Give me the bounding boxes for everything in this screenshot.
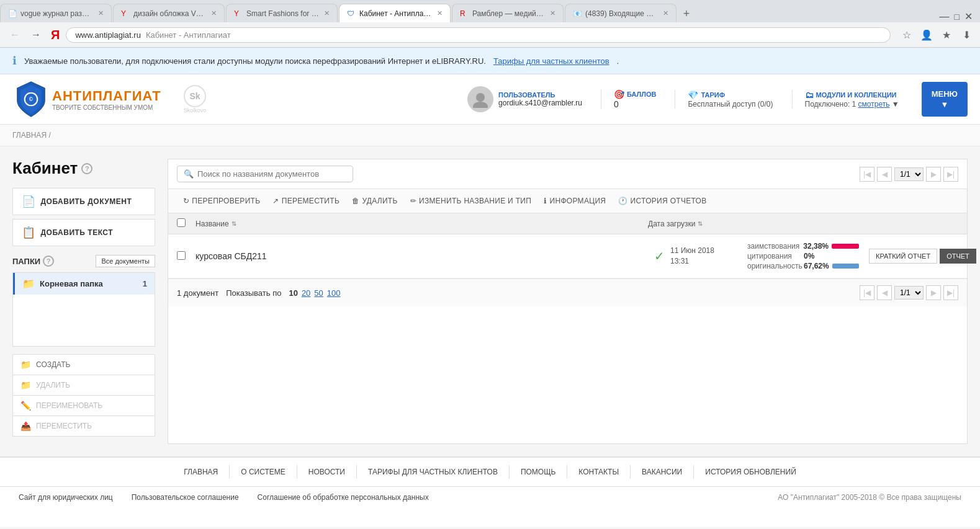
new-tab-button[interactable]: + [678,5,695,22]
modules-link[interactable]: смотреть [858,100,890,109]
tab-smart[interactable]: Y Smart Fashions for Limited ✕ [226,4,338,22]
footer-copyright: АО "Антиплагиат" 2005-2018 © Все права з… [778,493,961,502]
folder-delete-action[interactable]: 📁 УДАЛИТЬ [12,375,155,396]
select-all-checkbox[interactable] [177,218,186,227]
footer-nav-about[interactable]: О СИСТЕМЕ [230,465,297,479]
rename-icon: ✏ [410,197,416,205]
delete-icon: 🗑 [352,197,359,205]
doc-name[interactable]: курсовая СБД211 [196,251,648,261]
footer-personal-data-link[interactable]: Соглашение об обработке персональных дан… [258,493,429,502]
add-text-button[interactable]: 📋 ДОБАВИТЬ ТЕКСТ [12,219,155,246]
history-button[interactable]: 🕐 ИСТОРИЯ ОТЧЕТОВ [612,194,713,208]
forward-button[interactable]: → [27,26,45,43]
user-info: ПОЛЬЗОВАТЕЛЬ gordiuk.s410@rambler.ru [498,91,582,107]
rename-label: ПЕРЕИМЕНОВАТЬ [36,401,102,410]
tab-label-rambler1: Рамблер — медийный пор [472,9,545,18]
download-icon[interactable]: ⬇ [959,27,974,42]
page-select-bottom[interactable]: 1/1 [894,286,924,300]
footer-nav-tariffs[interactable]: ТАРИФЫ ДЛЯ ЧАСТНЫХ КЛИЕНТОВ [357,465,510,479]
star-icon[interactable]: ★ [939,27,954,42]
window-close[interactable]: ✕ [964,11,973,22]
folder-list: 📁 Корневая папка 1 [12,272,155,347]
doc-results: заимствования 32,38% цитирования 0% ориг… [747,242,958,270]
add-document-button[interactable]: 📄 ДОБАВИТЬ ДОКУМЕНТ [12,188,155,215]
full-report-button[interactable]: ОТЧЕТ [940,249,976,264]
brief-report-button[interactable]: КРАТКИЙ ОТЧЕТ [869,249,937,264]
prev-page-bottom[interactable]: ◀ [877,285,892,300]
search-input[interactable] [197,169,346,179]
recheck-button[interactable]: ↻ ПЕРЕПРОВЕРИТЬ [177,194,266,208]
bookmark-icon[interactable]: ☆ [899,27,914,42]
per-page-10[interactable]: 10 [289,288,297,298]
sidebar-actions: 📁 создать 📁 УДАЛИТЬ ✏️ ПЕРЕИМЕНОВАТЬ 📤 П… [12,354,155,437]
footer-nav-news[interactable]: НОВОСТИ [297,465,357,479]
last-page-button[interactable]: ▶| [943,167,958,182]
move-button[interactable]: ↗ ПЕРЕМЕСТИТЬ [266,194,346,208]
date-column-header[interactable]: Дата загрузки ⇅ [648,220,747,228]
tab-favicon-vogue1: 📄 [8,9,17,18]
footer-nav-history[interactable]: ИСТОРИЯ ОБНОВЛЕНИЙ [694,465,807,479]
tariff-stat: 💎 ТАРИФ Бесплатный доступ (0/0) [675,90,773,109]
tab-vogue1[interactable]: 📄 vogue журнал разворот: 10 ✕ [0,4,112,22]
last-page-bottom[interactable]: ▶| [943,285,958,300]
breadcrumb-home[interactable]: ГЛАВНАЯ [12,131,47,140]
rename-button[interactable]: ✏ ИЗМЕНИТЬ НАЗВАНИЕ И ТИП [404,194,537,208]
per-page-20[interactable]: 20 [302,288,310,298]
folder-move-action[interactable]: 📤 ПЕРЕМЕСТИТЬ [12,416,155,437]
search-box[interactable]: 🔍 [177,166,353,182]
footer-user-agreement-link[interactable]: Пользовательское соглашение [132,493,239,502]
footer-nav-home[interactable]: ГЛАВНАЯ [173,465,230,479]
delete-button[interactable]: 🗑 УДАЛИТЬ [346,194,404,208]
tab-rambler1[interactable]: R Рамблер — медийный пор ✕ [452,4,564,22]
prev-page-button[interactable]: ◀ [877,167,892,182]
menu-button[interactable]: МЕНЮ ▼ [922,82,968,117]
all-docs-button[interactable]: Все документы [96,255,155,267]
tab-antiplagiat[interactable]: 🛡 Кабинет - Антиплагиат ✕ [339,4,451,22]
tab-close-smart[interactable]: ✕ [324,9,330,17]
scores-value: 0 [614,99,619,109]
tab-rambler2[interactable]: 📧 (4839) Входящие — Рамбле ✕ [565,4,677,22]
folders-help-icon[interactable]: ? [43,256,54,267]
cabinet-help-icon[interactable]: ? [81,163,92,174]
next-page-button[interactable]: ▶ [926,167,941,182]
tab-close-vogue2[interactable]: ✕ [211,9,217,17]
tab-close-antiplagiat[interactable]: ✕ [437,9,443,17]
footer-nav-help[interactable]: ПОМОЩЬ [510,465,567,479]
profile-icon[interactable]: 👤 [919,27,934,42]
name-column-header[interactable]: Название ⇅ [196,220,648,228]
modules-label: 🗂 МОДУЛИ И КОЛЛЕКЦИИ [805,90,897,100]
folder-create-action[interactable]: 📁 создать [12,354,155,375]
show-per-label: Показывать по [226,288,281,298]
folder-rename-action[interactable]: ✏️ ПЕРЕИМЕНОВАТЬ [12,396,155,416]
move-folder-icon: 📤 [20,421,31,431]
search-icon: 🔍 [184,169,194,179]
root-folder-item[interactable]: 📁 Корневая папка 1 [13,273,155,295]
back-button[interactable]: ← [6,26,24,43]
address-url: www.antiplagiat.ru [75,30,141,40]
next-page-bottom[interactable]: ▶ [926,285,941,300]
window-minimize[interactable]: — [940,11,950,22]
tab-close-vogue1[interactable]: ✕ [98,9,104,17]
info-button[interactable]: ℹ ИНФОРМАЦИЯ [537,194,612,208]
first-page-button[interactable]: |◀ [860,167,874,182]
page-select[interactable]: 1/1 [894,167,924,181]
per-page-100[interactable]: 100 [327,288,341,298]
tab-close-rambler1[interactable]: ✕ [550,9,555,17]
footer-nav-vacancies[interactable]: ВАКАНСИИ [631,465,694,479]
per-page-50[interactable]: 50 [314,288,323,298]
orig-bar [832,264,859,269]
doc-checkbox[interactable] [177,251,186,260]
info-icon: ℹ [12,54,17,68]
main-content: Кабинет ? 📄 ДОБАВИТЬ ДОКУМЕНТ 📋 ДОБАВИТЬ… [0,146,980,456]
footer-nav-contacts[interactable]: КОНТАКТЫ [567,465,631,479]
tariff-link[interactable]: Тарифы для частных клиентов [493,56,609,66]
footer-legal-link[interactable]: Сайт для юридических лиц [19,493,113,502]
tab-close-rambler2[interactable]: ✕ [663,9,668,17]
first-page-bottom[interactable]: |◀ [860,285,874,300]
address-bar[interactable]: www.antiplagiat.ru Кабинет - Антиплагиат [66,27,891,43]
tariff-value: Бесплатный доступ (0/0) [688,100,773,109]
window-maximize[interactable]: □ [955,12,960,22]
tab-vogue2[interactable]: Y дизайн обложка VOGUE ре ✕ [113,4,225,22]
breadcrumb: ГЛАВНАЯ / [0,125,980,146]
tab-favicon-antiplagiat: 🛡 [347,9,356,18]
